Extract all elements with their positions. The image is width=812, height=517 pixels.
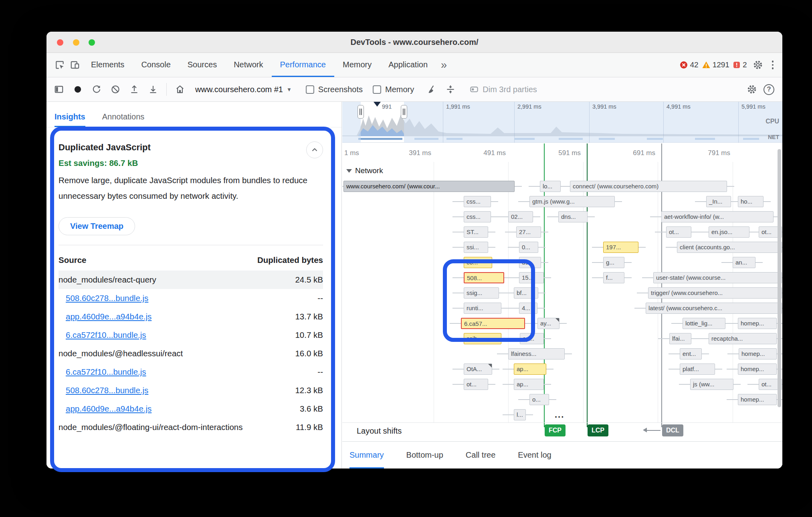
memory-checkbox[interactable]: Memory xyxy=(373,85,414,94)
tab-insights[interactable]: Insights xyxy=(55,112,85,127)
duplicated-script-link-row[interactable]: app.460d9e...a94b4e.js3.6 kB xyxy=(59,400,323,418)
network-request-bar[interactable]: 15... xyxy=(519,272,544,283)
duplicated-script-link-row[interactable]: 508.60c278...bundle.js-- xyxy=(59,289,323,307)
tab-event-log[interactable]: Event log xyxy=(518,442,551,469)
timeline-overview-minimap[interactable]: 9911,991 ms2,991 ms3,991 ms4,991 ms5,991… xyxy=(342,102,782,143)
network-request-bar[interactable]: recaptcha... xyxy=(709,333,777,344)
more-requests-indicator[interactable]: ... xyxy=(555,410,564,420)
network-request-bar[interactable]: homep... xyxy=(738,394,777,405)
tab-application[interactable]: Application xyxy=(380,53,436,77)
network-request-bar[interactable]: 6.ca57... xyxy=(461,318,525,329)
duplicated-script-link-row[interactable]: 508.60c278...bundle.js12.3 kB xyxy=(59,381,323,400)
minimize-window-button[interactable] xyxy=(73,39,79,46)
tab-performance[interactable]: Performance xyxy=(272,53,335,77)
network-request-bar[interactable]: ssig... xyxy=(464,287,499,299)
network-request-bar[interactable]: runti... xyxy=(464,303,501,314)
issues-badge[interactable]: 2 xyxy=(733,61,747,69)
tab-memory[interactable]: Memory xyxy=(334,53,380,77)
view-treemap-button[interactable]: View Treemap xyxy=(59,217,135,235)
more-panels-chevron-icon[interactable]: » xyxy=(436,59,452,71)
error-badge[interactable]: 42 xyxy=(679,61,699,69)
inspect-element-icon[interactable] xyxy=(52,57,67,73)
network-request-bar[interactable]: d9... xyxy=(519,257,541,268)
network-request-bar[interactable]: g... xyxy=(603,257,624,268)
network-request-bar[interactable]: connect/ (www.coursehero.com) xyxy=(570,181,727,192)
network-request-bar[interactable]: 02... xyxy=(508,211,533,222)
record-button[interactable] xyxy=(70,82,85,97)
network-request-bar[interactable]: ot... xyxy=(666,226,691,238)
network-request-bar[interactable]: gtm.js (www.g... xyxy=(529,196,615,207)
duplicated-script-link-row[interactable]: 6.ca572f10...bundle.js-- xyxy=(59,363,323,381)
profile-selector-dropdown[interactable]: www.coursehero.com #1 ▼ xyxy=(191,85,296,94)
network-track-header[interactable]: Network xyxy=(346,163,383,179)
script-link[interactable]: 6.ca572f10...bundle.js xyxy=(59,330,255,340)
toggle-sidebar-icon[interactable] xyxy=(51,82,67,97)
overview-left-drag-handle[interactable] xyxy=(358,105,364,119)
device-toolbar-icon[interactable] xyxy=(67,57,83,73)
network-request-bar[interactable]: ot... xyxy=(464,379,488,390)
network-request-bar[interactable]: l... xyxy=(514,409,526,420)
capture-settings-gear-icon[interactable] xyxy=(744,82,759,97)
tab-call-tree[interactable]: Call tree xyxy=(466,442,495,469)
tab-bottom-up[interactable]: Bottom-up xyxy=(406,442,443,469)
script-link[interactable]: 6.ca572f10...bundle.js xyxy=(59,367,255,377)
home-icon[interactable] xyxy=(172,82,188,97)
close-window-button[interactable] xyxy=(57,39,63,46)
vertical-scrollbar[interactable] xyxy=(778,149,781,407)
tab-console[interactable]: Console xyxy=(133,53,179,77)
dcl-badge[interactable]: DCL xyxy=(662,424,683,436)
tab-annotations[interactable]: Annotations xyxy=(102,112,145,127)
network-request-bar[interactable]: 197... xyxy=(603,242,638,253)
network-request-bar[interactable]: css... xyxy=(464,196,491,207)
network-request-bar[interactable]: latest/ (www.coursehero.c... xyxy=(646,303,782,314)
network-request-bar[interactable]: platf... xyxy=(680,364,715,375)
screenshots-checkbox[interactable]: Screenshots xyxy=(306,85,363,94)
network-request-bar[interactable]: 4... xyxy=(519,303,537,314)
network-request-bar[interactable]: css... xyxy=(464,211,491,222)
collapse-insight-button[interactable] xyxy=(306,141,323,158)
network-request-bar[interactable]: co... xyxy=(464,257,492,268)
dim-3rd-parties-toggle[interactable]: Dim 3rd parties xyxy=(469,84,537,95)
duplicated-script-link-row[interactable]: 6.ca572f10...bundle.js10.7 kB xyxy=(59,326,323,344)
network-request-bar[interactable]: 508... xyxy=(464,272,504,283)
network-request-bar[interactable]: ap... xyxy=(514,364,546,375)
script-link[interactable]: app.460d9e...a94b4e.js xyxy=(59,312,255,321)
network-request-bar[interactable]: ent... xyxy=(680,348,702,359)
duplicated-script-link-row[interactable]: app.460d9e...a94b4e.js13.7 kB xyxy=(59,307,323,326)
network-request-bar[interactable]: bf... xyxy=(514,287,538,299)
network-request-bar[interactable]: client (accounts.go... xyxy=(677,242,782,253)
network-request-bar[interactable]: www.coursehero.com/ (www.cour... xyxy=(343,181,515,192)
reload-and-record-icon[interactable] xyxy=(89,82,104,97)
fit-to-window-icon[interactable] xyxy=(443,82,458,97)
network-request-bar[interactable]: ap... xyxy=(520,333,544,344)
tab-sources[interactable]: Sources xyxy=(179,53,225,77)
network-request-bar[interactable]: ssi... xyxy=(464,242,488,253)
clear-recording-icon[interactable] xyxy=(108,82,123,97)
network-request-bar[interactable]: an... xyxy=(733,257,755,268)
settings-gear-icon[interactable] xyxy=(750,57,766,73)
network-request-bar[interactable]: lfainess... xyxy=(508,348,565,359)
network-request-bar[interactable]: OtA... xyxy=(464,364,492,375)
network-request-bar[interactable]: homep... xyxy=(739,348,777,359)
layout-shifts-track-label[interactable]: Layout shifts xyxy=(357,426,402,436)
network-request-bar[interactable]: aet-workflow-info/ (w... xyxy=(661,211,774,222)
fcp-badge[interactable]: FCP xyxy=(545,424,566,436)
tab-elements[interactable]: Elements xyxy=(83,53,133,77)
network-request-bar[interactable]: lfai... xyxy=(669,333,691,344)
more-options-kebab-icon[interactable] xyxy=(769,61,777,69)
network-request-bar[interactable]: _In... xyxy=(706,196,731,207)
network-request-bar[interactable]: en.jso... xyxy=(709,226,749,238)
network-request-bar[interactable]: js (ww... xyxy=(690,379,733,390)
overview-right-drag-handle[interactable] xyxy=(401,105,407,119)
network-request-bar[interactable]: homep... xyxy=(738,318,777,329)
network-request-bar[interactable]: lottie_lig... xyxy=(683,318,725,329)
network-request-bar[interactable]: ay... xyxy=(537,318,560,329)
tab-network[interactable]: Network xyxy=(225,53,271,77)
network-request-bar[interactable]: 27... xyxy=(516,226,541,238)
network-request-bar[interactable]: user-state/ (www.course... xyxy=(653,272,782,283)
network-request-bar[interactable]: 0... xyxy=(519,242,538,253)
network-request-bar[interactable]: ap... xyxy=(514,379,544,390)
network-request-bar[interactable]: o... xyxy=(529,394,549,405)
network-request-bar[interactable]: dns... xyxy=(558,211,588,222)
zoom-window-button[interactable] xyxy=(89,39,95,46)
